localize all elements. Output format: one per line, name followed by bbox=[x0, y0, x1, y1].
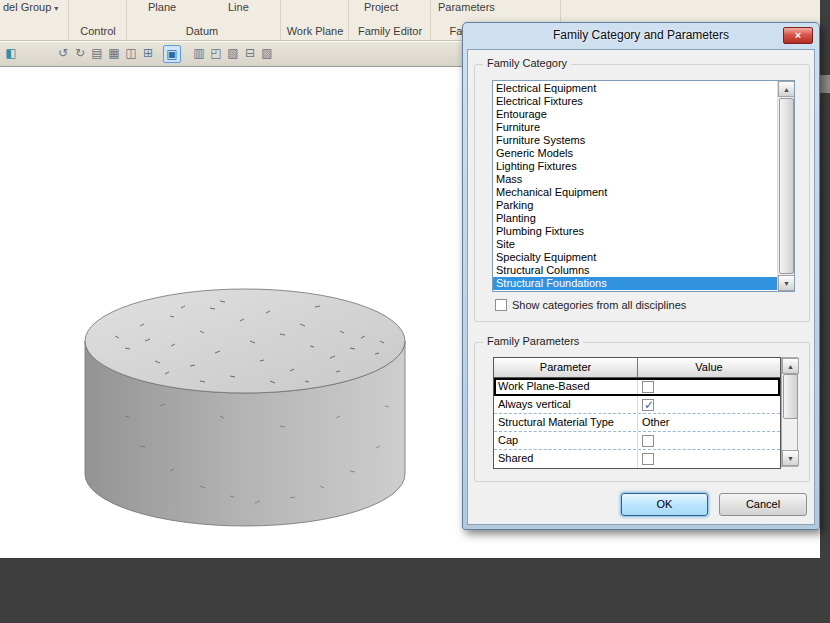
param-name: Structural Material Type bbox=[494, 414, 638, 431]
cap-checkbox[interactable] bbox=[642, 435, 654, 447]
scrollbar-thumb[interactable] bbox=[783, 374, 798, 419]
show-all-disciplines-checkbox[interactable] bbox=[495, 299, 507, 311]
reference-line-button[interactable]: Line bbox=[228, 1, 249, 13]
category-item[interactable]: Mechanical Equipment bbox=[493, 186, 778, 199]
table-icon[interactable]: ▥ bbox=[190, 45, 208, 63]
table-header: Parameter Value bbox=[494, 358, 780, 378]
view-cube-icon[interactable]: ◧ bbox=[2, 45, 20, 63]
close-icon[interactable]: × bbox=[783, 27, 813, 44]
category-item[interactable]: Plumbing Fixtures bbox=[493, 225, 778, 238]
category-item[interactable]: Furniture Systems bbox=[493, 134, 778, 147]
parameter-column-header: Parameter bbox=[494, 358, 638, 377]
background-area bbox=[0, 558, 830, 623]
grid-icon[interactable]: ▤ bbox=[88, 45, 106, 63]
category-item[interactable]: Structural Foundations bbox=[493, 277, 778, 290]
shared-checkbox[interactable] bbox=[642, 453, 654, 465]
family-parameters-button[interactable]: Parameters bbox=[438, 1, 495, 13]
selected-tool-icon[interactable]: ▣ bbox=[163, 45, 181, 63]
undo-icon[interactable]: ↺ bbox=[54, 45, 72, 63]
family-category-group: Family Category Electrical Equipment Ele… bbox=[474, 64, 810, 322]
param-row[interactable]: Shared bbox=[494, 450, 780, 468]
section-icon[interactable]: ▦ bbox=[105, 45, 123, 63]
scroll-down-icon[interactable]: ▼ bbox=[778, 275, 795, 291]
dialog-title: Family Category and Parameters bbox=[463, 23, 819, 49]
param-name: Always vertical bbox=[494, 396, 638, 413]
family-parameters-label: Family Parameters bbox=[483, 335, 583, 347]
show-all-disciplines-label: Show categories from all disciplines bbox=[512, 299, 686, 311]
remove-icon[interactable]: ⊟ bbox=[241, 45, 259, 63]
param-name: Work Plane-Based bbox=[494, 378, 638, 395]
panel-work-plane: Work Plane bbox=[283, 25, 347, 37]
list-scrollbar[interactable]: ▲ ▼ bbox=[777, 81, 794, 291]
dialog-body: Family Category Electrical Equipment Ele… bbox=[467, 49, 815, 525]
work-plane-based-checkbox[interactable] bbox=[642, 381, 654, 393]
panel-separator bbox=[280, 0, 281, 41]
panel-family-editor: Family Editor bbox=[353, 25, 427, 37]
param-row[interactable]: Always vertical bbox=[494, 396, 780, 414]
category-item[interactable]: Lighting Fixtures bbox=[493, 160, 778, 173]
scroll-down-icon[interactable]: ▼ bbox=[782, 450, 799, 466]
always-vertical-checkbox[interactable] bbox=[642, 399, 654, 411]
pattern-icon[interactable]: ▨ bbox=[258, 45, 276, 63]
hatch-icon[interactable]: ▧ bbox=[224, 45, 242, 63]
revit-family-editor-window: del Group▾ Plane Line Project Parameters… bbox=[0, 0, 830, 623]
parameters-table: Parameter Value Work Plane-Based Always … bbox=[493, 357, 781, 469]
scrollbar-thumb[interactable] bbox=[779, 98, 794, 274]
param-row[interactable]: Structural Material Type Other bbox=[494, 414, 780, 432]
chevron-down-icon: ▾ bbox=[54, 4, 58, 13]
param-row[interactable]: Work Plane-Based bbox=[494, 378, 780, 396]
family-category-dialog: Family Category and Parameters × Family … bbox=[462, 22, 820, 530]
window-icon[interactable]: ◫ bbox=[122, 45, 140, 63]
scroll-up-icon[interactable]: ▲ bbox=[782, 358, 799, 374]
scroll-up-icon[interactable]: ▲ bbox=[778, 81, 795, 97]
value-column-header: Value bbox=[638, 358, 780, 377]
cancel-button[interactable]: Cancel bbox=[719, 493, 807, 516]
panel-separator bbox=[68, 0, 69, 41]
reference-plane-button[interactable]: Plane bbox=[148, 1, 176, 13]
panel-separator bbox=[126, 0, 127, 41]
category-item[interactable]: Specialty Equipment bbox=[493, 251, 778, 264]
category-item[interactable]: Generic Models bbox=[493, 147, 778, 160]
param-row[interactable]: Cap bbox=[494, 432, 780, 450]
category-item[interactable]: Electrical Equipment bbox=[493, 82, 778, 95]
category-item[interactable]: Structural Columns bbox=[493, 264, 778, 277]
category-listbox[interactable]: Electrical Equipment Electrical Fixtures… bbox=[492, 80, 795, 292]
panel-datum: Datum bbox=[172, 25, 232, 37]
category-item[interactable]: Planting bbox=[493, 212, 778, 225]
category-item[interactable]: Electrical Fixtures bbox=[493, 95, 778, 108]
panel-control: Control bbox=[70, 25, 126, 37]
load-into-project-button[interactable]: Project bbox=[364, 1, 398, 13]
window-edge bbox=[820, 0, 830, 623]
category-item[interactable]: Mass bbox=[493, 173, 778, 186]
panel-separator bbox=[348, 0, 349, 41]
category-item[interactable]: Site bbox=[493, 238, 778, 251]
redo-icon[interactable]: ↻ bbox=[71, 45, 89, 63]
family-category-label: Family Category bbox=[483, 57, 571, 69]
canvas-scrollbar-button[interactable] bbox=[820, 75, 830, 93]
category-item[interactable]: Entourage bbox=[493, 108, 778, 121]
corner-view-icon[interactable]: ◰ bbox=[207, 45, 225, 63]
panel-separator bbox=[430, 0, 431, 41]
add-view-icon[interactable]: ⊞ bbox=[139, 45, 157, 63]
foundation-3d-model[interactable] bbox=[80, 286, 410, 531]
param-name: Shared bbox=[494, 450, 638, 468]
param-name: Cap bbox=[494, 432, 638, 449]
material-type-value[interactable]: Other bbox=[642, 414, 670, 431]
table-scrollbar[interactable]: ▲ ▼ bbox=[781, 357, 798, 467]
family-parameters-group: Family Parameters Parameter Value Work P… bbox=[474, 342, 810, 482]
ok-button[interactable]: OK bbox=[621, 493, 708, 516]
category-item[interactable]: Furniture bbox=[493, 121, 778, 134]
model-group-button[interactable]: del Group▾ bbox=[3, 1, 58, 13]
show-all-disciplines-row: Show categories from all disciplines bbox=[495, 299, 686, 311]
category-item[interactable]: Parking bbox=[493, 199, 778, 212]
